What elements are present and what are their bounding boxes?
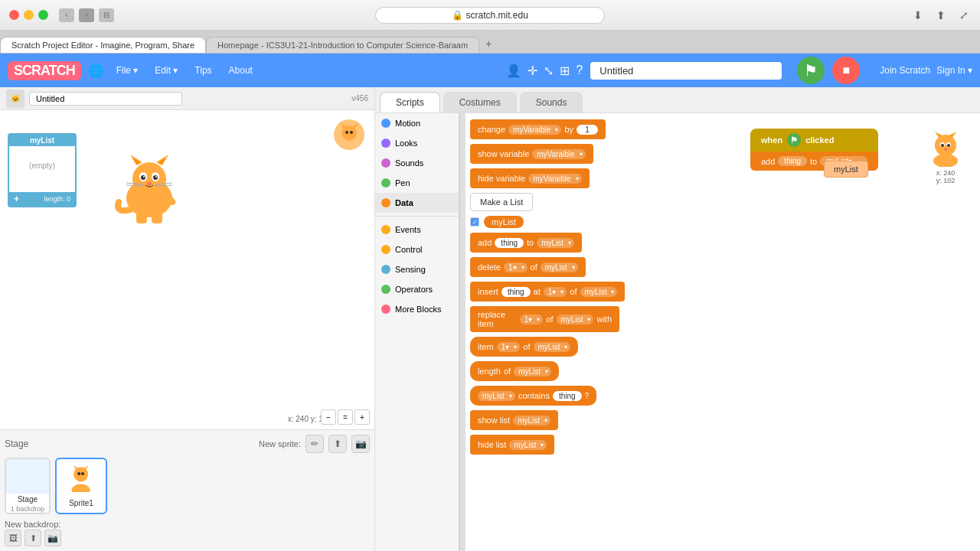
lock-icon: 🔒 — [452, 10, 463, 21]
camera-sprite-button[interactable]: 📷 — [351, 435, 370, 453]
contains-thing-input[interactable]: thing — [553, 391, 582, 401]
category-data[interactable]: Data — [375, 193, 459, 213]
add-to-list-block[interactable]: add thing to myList — [470, 233, 723, 253]
hide-list-block[interactable]: hide list myList — [470, 435, 723, 455]
menu-edit[interactable]: Edit ▾ — [150, 62, 182, 79]
close-button[interactable] — [9, 10, 19, 20]
show-list-dropdown[interactable]: myList — [513, 416, 550, 425]
join-link[interactable]: Join Scratch — [880, 65, 930, 76]
draw-backdrop-button[interactable]: 🖼 — [5, 530, 21, 546]
replace-num-dropdown[interactable]: 1▾ — [520, 315, 544, 324]
fullscreen-icon[interactable]: ⤢ — [956, 7, 972, 24]
fullscreen-stage-icon[interactable]: ⤡ — [544, 64, 554, 78]
zoom-fit-button[interactable]: = — [338, 409, 353, 425]
delete-num-dropdown[interactable]: 1▾ — [504, 262, 528, 272]
language-globe[interactable]: 🌐 — [89, 64, 104, 78]
tab-scripts[interactable]: Scripts — [380, 92, 440, 112]
replace-list-dropdown[interactable]: myList — [557, 315, 594, 324]
back-button[interactable]: ‹ — [59, 8, 74, 22]
category-control[interactable]: Control — [375, 240, 459, 259]
contains-block[interactable]: myList contains thing ? — [470, 386, 723, 406]
contains-question: ? — [585, 392, 590, 400]
download-icon[interactable]: ⬇ — [910, 7, 926, 24]
category-events[interactable]: Events — [375, 220, 459, 240]
change-variable-block[interactable]: change myVaraible by 1 — [470, 119, 723, 139]
item-list-dropdown[interactable]: myList — [534, 342, 571, 352]
category-more-blocks[interactable]: More Blocks — [375, 299, 459, 319]
mylist-name-block[interactable]: myList — [484, 216, 524, 228]
hide-list-dropdown[interactable]: myList — [509, 440, 547, 450]
zoom-out-button[interactable]: − — [321, 409, 336, 425]
show-variable-block[interactable]: show variable myVaraible — [470, 144, 723, 164]
pen-label: Pen — [395, 178, 410, 187]
hide-list-label: hide list — [478, 440, 506, 449]
contains-list-dropdown[interactable]: myList — [478, 391, 515, 401]
tab-sounds[interactable]: Sounds — [520, 92, 583, 112]
tab-costumes[interactable]: Costumes — [443, 92, 517, 112]
item-of-list-block[interactable]: item 1▾ of myList — [470, 337, 723, 357]
menu-about[interactable]: About — [224, 62, 257, 79]
category-sound[interactable]: Sounds — [375, 153, 459, 173]
x-value: 240 — [296, 415, 309, 423]
blocks-panel: Motion Looks Sounds Pen — [375, 113, 980, 551]
add-list-dropdown[interactable]: myList — [537, 238, 574, 248]
delete-of-list-block[interactable]: delete 1▾ of myList — [470, 257, 723, 277]
category-looks[interactable]: Looks — [375, 133, 459, 153]
length-of-list-block[interactable]: length of myList — [470, 361, 723, 381]
question-icon[interactable]: ? — [576, 64, 583, 77]
show-list-block[interactable]: show list myList — [470, 410, 723, 430]
delete-list-dropdown[interactable]: myList — [541, 262, 578, 272]
url-bar[interactable]: 🔒 scratch.mit.edu — [375, 7, 605, 24]
sign-in-link[interactable]: Sign In ▾ — [936, 65, 972, 76]
list-add-button[interactable]: + — [14, 194, 19, 204]
scroll-divider — [459, 113, 466, 551]
project-name-input[interactable] — [590, 62, 782, 80]
camera-backdrop-button[interactable]: 📷 — [44, 530, 61, 546]
upload-backdrop-button[interactable]: ⬆ — [24, 530, 41, 546]
sprite-version: v456 — [351, 94, 368, 103]
green-flag-button[interactable]: ⚑ — [797, 57, 825, 84]
x-label: x: — [288, 415, 294, 423]
zoom-in-button[interactable]: + — [354, 409, 370, 425]
when-flag-clicked-block[interactable]: when ⚑ clicked — [750, 129, 878, 152]
list-empty: (empty) — [29, 161, 55, 170]
mylist-checkbox[interactable]: ✓ — [470, 217, 479, 227]
script-thing-input[interactable]: thing — [778, 156, 807, 166]
tab-scratch-editor[interactable]: Scratch Project Editor - Imagine, Progra… — [0, 37, 206, 53]
draw-sprite-button[interactable]: ✏ — [305, 435, 324, 453]
menu-tips[interactable]: Tips — [190, 62, 216, 79]
length-list-dropdown[interactable]: myList — [514, 367, 551, 377]
upload-sprite-button[interactable]: ⬆ — [328, 435, 347, 453]
category-motion[interactable]: Motion — [375, 113, 459, 133]
show-myvaraible-dropdown[interactable]: myVaraible — [532, 149, 585, 159]
replace-item-block[interactable]: replace item 1▾ of myList with — [470, 306, 723, 332]
move-icon[interactable]: ✛ — [528, 64, 537, 78]
stage-thumbnail[interactable]: Stage 1 backdrop — [5, 458, 51, 514]
thing-input[interactable]: thing — [495, 238, 524, 248]
share-icon[interactable]: ⬆ — [933, 7, 949, 24]
myvaraible-dropdown[interactable]: myVaraible — [508, 125, 561, 135]
insert-list-dropdown[interactable]: myList — [580, 287, 618, 297]
by-value[interactable]: 1 — [577, 125, 598, 135]
hide-myvaraible-dropdown[interactable]: myVaraible — [528, 174, 581, 184]
insert-num-dropdown[interactable]: 1▾ — [544, 287, 567, 297]
category-operators[interactable]: Operators — [375, 279, 459, 299]
sprite1-thumbnail[interactable]: Sprite1 — [55, 458, 107, 514]
menu-file[interactable]: File ▾ — [112, 62, 143, 79]
minimize-button[interactable] — [24, 10, 34, 20]
make-list-button[interactable]: Make a List — [470, 193, 533, 211]
item-num-dropdown[interactable]: 1▾ — [497, 342, 521, 352]
tab-homepage[interactable]: Homepage - ICS3U1-21-Introduction to Com… — [206, 37, 479, 53]
person-icon[interactable]: 👤 — [506, 64, 521, 78]
maximize-button[interactable] — [38, 10, 48, 20]
grid-icon[interactable]: ⊞ — [560, 64, 570, 78]
sprite-name-input[interactable] — [29, 92, 182, 106]
new-tab-button[interactable]: + — [479, 34, 498, 53]
forward-button[interactable]: › — [79, 8, 94, 22]
stop-button[interactable]: ■ — [832, 57, 860, 84]
insert-at-list-block[interactable]: insert thing at 1▾ of myList — [470, 282, 723, 302]
insert-thing-input[interactable]: thing — [501, 287, 531, 297]
category-pen[interactable]: Pen — [375, 173, 459, 193]
category-sensing[interactable]: Sensing — [375, 259, 459, 279]
hide-variable-block[interactable]: hide variable myVaraible — [470, 168, 723, 188]
